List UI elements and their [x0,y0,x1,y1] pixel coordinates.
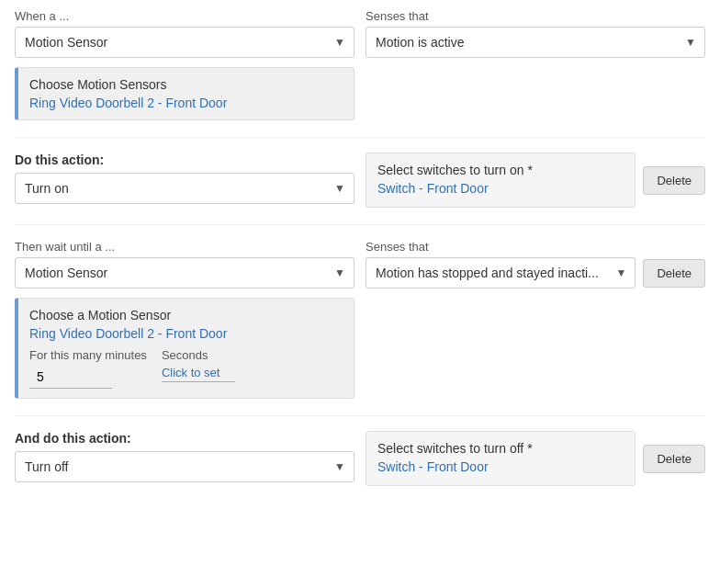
wait-minutes-block: For this many minutes [29,348,147,389]
action-label: Do this action: [15,153,354,167]
senses-label-1: Senses that [366,9,705,23]
seconds-click-link[interactable]: Click to set [162,366,235,382]
wait-select-col: Motion Sensor ▼ [15,257,354,288]
minutes-input[interactable] [29,366,112,389]
seconds-label: Seconds [162,348,235,362]
divider-3 [15,415,705,416]
divider-1 [15,137,705,138]
when-select-col: Motion Sensor ▼ [15,27,354,58]
and-action-select[interactable]: Turn off [15,451,354,482]
choose-motion-sensor-title: Choose Motion Sensors [29,77,343,92]
choose-motion-sensor-wait-box: Choose a Motion Sensor Ring Video Doorbe… [15,298,354,399]
and-action-select-wrapper: Turn off ▼ [15,451,354,482]
wait-senses-col: Motion has stopped and stayed inacti... … [366,257,705,288]
action-section: Do this action: Turn on ▼ Select switche… [15,153,705,208]
select-switches-off-label: Select switches to turn off * [377,441,624,456]
choose-motion-sensor-wait-link[interactable]: Ring Video Doorbell 2 - Front Door [29,326,227,341]
divider-2 [15,224,705,225]
senses-select-col: Motion is active ▼ [366,27,705,58]
senses-label-2: Senses that [366,240,705,254]
action-right-col: Select switches to turn on * Switch - Fr… [366,153,705,208]
delete-action-button[interactable]: Delete [643,166,705,195]
minutes-label: For this many minutes [29,348,147,362]
select-switches-on-box: Select switches to turn on * Switch - Fr… [366,153,636,208]
delete-and-action-button[interactable]: Delete [643,445,705,473]
wait-select-wrapper: Motion Sensor ▼ [15,257,354,288]
wait-senses-select-wrapper: Motion has stopped and stayed inacti... … [366,257,636,288]
then-wait-label: Then wait until a ... [15,240,354,254]
when-select-wrapper: Motion Sensor ▼ [15,27,354,58]
senses-select-wrapper: Motion is active ▼ [366,27,705,58]
switch-front-door-on-link[interactable]: Switch - Front Door [377,181,489,196]
when-select[interactable]: Motion Sensor [15,27,354,58]
senses-select[interactable]: Motion is active [366,27,705,58]
choose-motion-sensor-wait-title: Choose a Motion Sensor [29,308,343,322]
and-action-left-col: And do this action: Turn off ▼ [15,431,354,482]
select-switches-on-label: Select switches to turn on * [377,163,624,177]
action-left-col: Do this action: Turn on ▼ [15,153,354,204]
action-select-wrapper: Turn on ▼ [15,173,354,204]
and-action-section: And do this action: Turn off ▼ Select sw… [15,431,705,486]
when-section: When a ... Senses that Motion Sensor ▼ M… [15,9,705,120]
and-action-label: And do this action: [15,431,354,446]
wait-seconds-block: Seconds Click to set [162,348,235,382]
wait-senses-select[interactable]: Motion has stopped and stayed inacti... [366,257,636,288]
choose-motion-sensor-box: Choose Motion Sensors Ring Video Doorbel… [15,67,354,120]
wait-select[interactable]: Motion Sensor [15,257,354,288]
switch-front-door-off-link[interactable]: Switch - Front Door [377,459,489,474]
when-label: When a ... [15,9,354,23]
wait-section: Then wait until a ... Senses that Motion… [15,240,705,399]
select-switches-off-box: Select switches to turn off * Switch - F… [366,431,636,486]
and-action-right-col: Select switches to turn off * Switch - F… [366,431,705,486]
choose-motion-sensor-link[interactable]: Ring Video Doorbell 2 - Front Door [29,96,227,110]
wait-detail-row: For this many minutes Seconds Click to s… [29,348,343,389]
delete-wait-button[interactable]: Delete [643,259,705,288]
action-select[interactable]: Turn on [15,173,354,204]
